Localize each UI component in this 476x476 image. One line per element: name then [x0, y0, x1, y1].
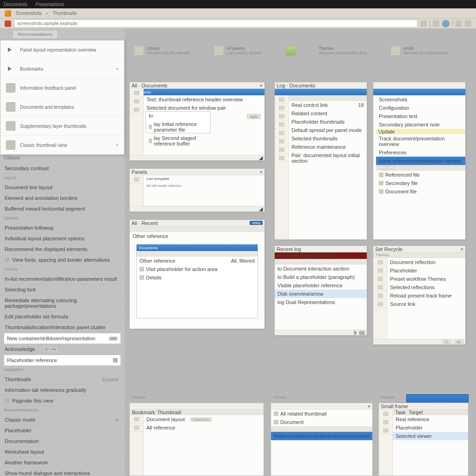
list-item[interactable]: Document line layout	[4, 182, 121, 193]
thumb-line[interactable]: Preset workflow Themes	[387, 275, 465, 283]
list-item[interactable]: In-list recommendation/filtration parame…	[4, 274, 121, 284]
list-item[interactable]: Documentation	[4, 436, 121, 447]
ribbon-command[interactable]: ModeResolve the interactions	[390, 46, 448, 56]
thumb-line[interactable]: Presentation text	[376, 112, 465, 120]
pill-button[interactable]: Do	[443, 340, 451, 344]
thumb-line[interactable]: All reference	[144, 423, 264, 432]
address-input[interactable]	[14, 20, 417, 27]
thumb-line[interactable]: Referenced file	[376, 171, 465, 179]
thumb-line[interactable]	[271, 440, 372, 443]
thumb-line-selected[interactable]: Reference/placement/interaction/containe…	[271, 432, 372, 440]
popout-item[interactable]: Bookmarks▾	[0, 60, 124, 79]
close-icon[interactable]: ×	[260, 169, 263, 175]
thumb-line[interactable]: Secondary file	[376, 179, 465, 187]
nav-back-icon[interactable]	[420, 20, 427, 27]
refresh-icon[interactable]	[456, 20, 462, 27]
list-item[interactable]: Buffered inward horizontal segment	[4, 204, 121, 214]
thumbnail-preview[interactable]: Preview Bookmark Thumbnail Document layo…	[129, 394, 264, 476]
list-item[interactable]: Show found dialogue and interactions	[4, 468, 121, 476]
thumb-line-selected[interactable]: Disk overview/arrow	[275, 290, 367, 298]
ribbon-command[interactable]	[285, 46, 296, 56]
list-item[interactable]: Information tab references gradually	[4, 385, 121, 396]
list-item[interactable]: Placeholder	[4, 425, 121, 436]
resize-icon[interactable]: ◢	[259, 155, 263, 161]
list-item[interactable]: Classic mode▾	[4, 415, 121, 425]
pill[interactable]: …	[387, 165, 395, 170]
thumb-line[interactable]: Visit placeholder for action area	[137, 265, 258, 273]
thumb-line[interactable]: Document	[271, 418, 372, 426]
thumb-line[interactable]: Real control link18	[289, 101, 367, 109]
list-item[interactable]: Edit placeholder set formula	[4, 311, 121, 322]
thumb-line[interactable]: Other referenceAll, filtered	[137, 257, 258, 265]
sidebar-tab[interactable]: Recommendations	[13, 31, 57, 38]
thumbnail-window[interactable]: Panels× List template All left mode crit…	[129, 168, 265, 212]
thumb-line[interactable]: to Document interaction section	[275, 264, 367, 273]
thumb-line[interactable]: All related thumbnail	[271, 410, 372, 418]
thumb-line[interactable]: Pair: documented layout initial section	[289, 151, 367, 165]
ribbon-command[interactable]: LibraryResides the thumbnails	[134, 46, 191, 56]
thumb-line[interactable]: Placeholder	[393, 423, 468, 432]
thumb-line[interactable]: Document reflection	[387, 258, 465, 266]
ribbon-command[interactable]: ThemesReserve presentation flow	[319, 46, 367, 55]
apply-button[interactable]: Apply	[247, 114, 261, 119]
thumb-line[interactable]: Secondary placement note	[376, 120, 465, 129]
thumb-line[interactable]: Placeholder	[387, 266, 465, 275]
thumb-line[interactable]: Preferences	[376, 148, 465, 157]
thumb-line-selected[interactable]: Selected viewer	[393, 432, 468, 440]
list-item[interactable]: Remediate alternating colouring package/…	[4, 295, 121, 311]
go-icon[interactable]	[442, 20, 450, 27]
thumbnail-window[interactable]: All · Documents× Documents Text: thumbna…	[129, 82, 265, 161]
titlebar-item[interactable]: Documents	[4, 2, 27, 7]
thumb-line[interactable]: Reference maintenance	[289, 143, 367, 151]
thumbnail-window[interactable]: All · Recentready Other reference Docume…	[129, 219, 265, 329]
list-item[interactable]: Secondary contrast	[4, 163, 121, 174]
ribbon-command[interactable]: All panelsList control, stream	[214, 46, 262, 56]
nav-fwd-icon[interactable]	[433, 20, 439, 27]
breadcrumb-seg[interactable]: Screenshots	[16, 11, 42, 16]
list-item[interactable]: Paginate this view	[4, 396, 121, 406]
list-item[interactable]: View fonts, spacing and border alternati…	[4, 255, 121, 265]
thumbnail-preview[interactable]: Preview × All related thumbnail Document…	[271, 394, 373, 476]
close-icon[interactable]: ×	[368, 403, 370, 409]
thumb-line[interactable]: Source link	[387, 300, 465, 308]
list-item[interactable]: Recommend the displayed elements	[4, 244, 121, 255]
thumb-line[interactable]: Document file	[376, 187, 465, 196]
close-icon[interactable]: ×	[461, 246, 463, 252]
popout-item[interactable]: Information feedback panel	[0, 79, 124, 98]
popout-item[interactable]: Panel layout representation overview	[0, 40, 124, 60]
thumb-line[interactable]: log Dual Representations	[275, 298, 367, 306]
close-icon[interactable]: ×	[260, 83, 263, 88]
titlebar-item[interactable]: Presentations	[36, 2, 64, 7]
list-item[interactable]: Thumbnails/location/interaction panel cl…	[4, 322, 121, 333]
thumbnail-window[interactable]: Screenshots Configuration Presentation t…	[373, 82, 466, 240]
thumb-line[interactable]: Track document/presentation overview	[376, 134, 465, 148]
thumbnail-window[interactable]: Set Recycle× Themes Document reflection …	[373, 245, 466, 345]
list-item[interactable]: Another framework	[4, 457, 121, 468]
thumb-line[interactable]: Viable placeholder reference	[275, 281, 367, 290]
thumb-line[interactable]: Related content	[289, 109, 367, 118]
thumb-line[interactable]: Selected reflections	[387, 283, 465, 291]
popout-item[interactable]: Documents and templates	[0, 98, 124, 117]
resize-icon[interactable]: ◢	[259, 206, 263, 212]
list-item-editable[interactable]: New container/drilldown/representation19…	[4, 333, 121, 344]
thumb-line[interactable]: Selected thumbnails	[289, 134, 367, 143]
list-item[interactable]: Element and annotation borders	[4, 193, 121, 204]
list-item[interactable]: ThumbnailsExpand	[4, 374, 121, 385]
thumb-line[interactable]: Real reference	[393, 415, 468, 423]
thumb-line[interactable]: Reload present track frame	[387, 291, 465, 300]
list-item[interactable]: Acknowledge 87 | 44	[4, 344, 121, 355]
list-item-editable[interactable]: Placeholder reference	[4, 355, 121, 366]
thumb-line[interactable]: Placeholder thumbnails	[289, 118, 367, 126]
thumbnail-window[interactable]: Recent log Full Links Suggestion list to…	[274, 245, 367, 336]
expand-link[interactable]: Expand	[102, 377, 118, 382]
pill-button[interactable]: Apl	[454, 340, 463, 344]
list-item[interactable]: Individual layout placement options	[4, 233, 121, 244]
thumb-line[interactable]: Details	[137, 273, 258, 282]
list-item[interactable]: Presentation followup	[4, 223, 121, 233]
thumbnail-preview[interactable]: Preview Small frame Task Target Real ref…	[378, 394, 469, 476]
breadcrumb-seg[interactable]: Thumbnails	[53, 11, 77, 16]
list-item[interactable]: Worksheet layout	[4, 447, 121, 457]
pill[interactable]: …	[378, 165, 386, 170]
list-item[interactable]: Selecting font	[4, 284, 121, 295]
thumb-line[interactable]: to Build a placeholder (paragraph)	[275, 273, 367, 281]
